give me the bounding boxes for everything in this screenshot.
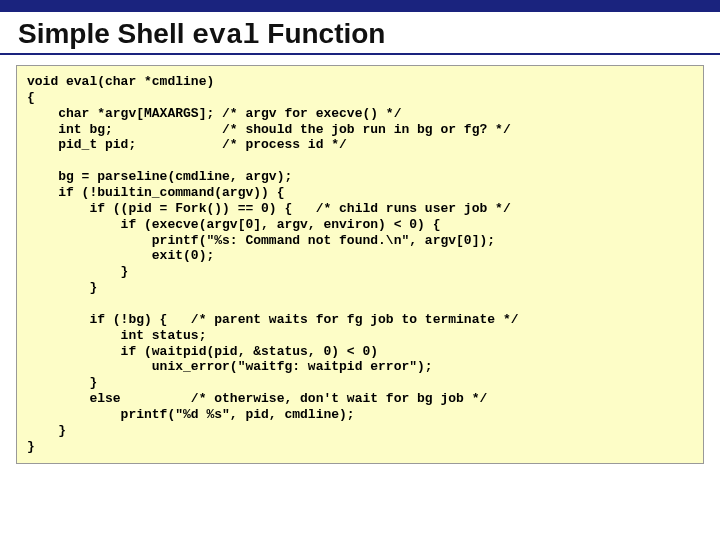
title-suffix: Function (260, 18, 386, 49)
title-prefix: Simple Shell (18, 18, 192, 49)
slide: Simple Shell eval Function void eval(cha… (0, 0, 720, 540)
code-block: void eval(char *cmdline) { char *argv[MA… (16, 65, 704, 464)
title-code: eval (192, 20, 259, 51)
title-container: Simple Shell eval Function (0, 12, 720, 55)
code-content: void eval(char *cmdline) { char *argv[MA… (27, 74, 693, 455)
slide-title: Simple Shell eval Function (18, 18, 702, 51)
top-accent-bar (0, 0, 720, 12)
